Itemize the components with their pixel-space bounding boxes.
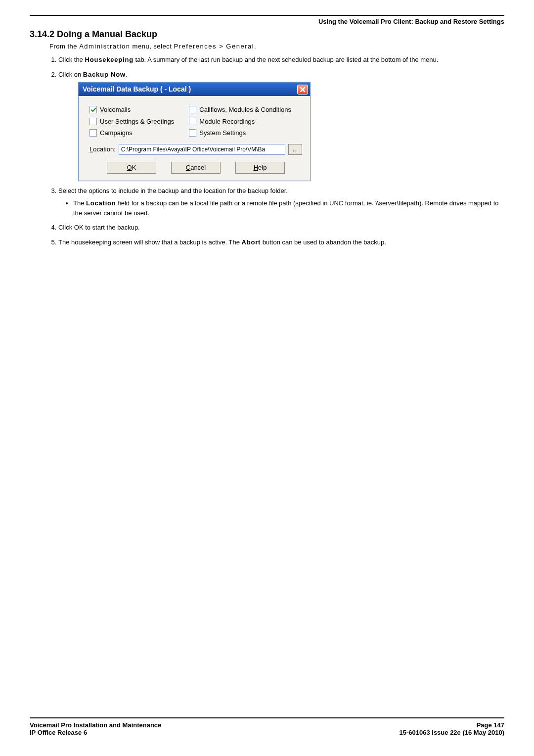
close-icon <box>300 87 306 93</box>
step3-sub-c: field for a backup can be a local file p… <box>73 199 498 217</box>
step3-sub-a: The <box>73 199 86 207</box>
help-rest: elp <box>258 163 267 173</box>
header-rule <box>30 15 504 16</box>
intro-suffix: . <box>254 43 256 50</box>
location-row: Location: ... <box>89 144 302 155</box>
step3-sublist: The Location field for a backup can be a… <box>73 198 504 218</box>
label-system-settings: System Settings <box>199 128 246 138</box>
footer-release: IP Office Release 6 <box>30 729 161 736</box>
step-3: Select the options to include in the bac… <box>58 186 504 218</box>
intro-menu1: Administration <box>79 43 130 50</box>
intro-menu2: Preferences > General <box>174 43 254 50</box>
step5-c: button can be used to abandon the backup… <box>261 238 386 246</box>
location-input[interactable] <box>119 144 285 155</box>
step3-text: Select the options to include in the bac… <box>58 187 288 194</box>
option-callflows[interactable]: Callflows, Modules & Conditions <box>189 105 291 115</box>
label-campaigns: Campaigns <box>100 128 133 138</box>
option-module-recordings[interactable]: Module Recordings <box>189 117 291 127</box>
label-user-settings: User Settings & Greetings <box>100 117 174 127</box>
ok-rest: K <box>132 163 136 173</box>
ok-mnemonic: O <box>127 163 132 173</box>
section-number: 3.14.2 <box>30 29 54 39</box>
checkbox-voicemails[interactable] <box>89 106 97 113</box>
section-heading: Doing a Manual Backup <box>57 29 157 39</box>
step-1: Click the Housekeeping tab. A summary of… <box>58 55 504 65</box>
option-campaigns[interactable]: Campaigns <box>89 128 174 138</box>
label-voicemails: Voicemails <box>100 105 131 115</box>
backup-dialog: Voicemail Data Backup ( - Local ) Voicem… <box>78 82 311 181</box>
page-footer: Voicemail Pro Installation and Maintenan… <box>30 717 504 736</box>
options-col-left: Voicemails User Settings & Greetings Cam… <box>89 105 174 138</box>
footer-issue: 15-601063 Issue 22e (16 May 2010) <box>400 729 505 736</box>
step2-a: Click on <box>58 71 83 78</box>
dialog-titlebar: Voicemail Data Backup ( - Local ) <box>79 83 310 96</box>
step1-c: tab. A summary of the last run backup an… <box>134 56 438 63</box>
steps-list: Click the Housekeeping tab. A summary of… <box>58 55 504 247</box>
options-grid: Voicemails User Settings & Greetings Cam… <box>89 105 302 138</box>
cancel-mnemonic: C <box>186 163 190 173</box>
option-system-settings[interactable]: System Settings <box>189 128 291 138</box>
checkbox-module-recordings[interactable] <box>189 118 196 125</box>
header-breadcrumb: Using the Voicemail Pro Client: Backup a… <box>30 18 504 25</box>
footer-doc-title: Voicemail Pro Installation and Maintenan… <box>30 721 161 729</box>
step5-a: The housekeeping screen will show that a… <box>58 238 241 246</box>
step5-b: Abort <box>241 238 261 246</box>
ok-button[interactable]: OK <box>107 162 156 174</box>
label-module-recordings: Module Recordings <box>199 117 255 127</box>
section-title: 3.14.2 Doing a Manual Backup <box>30 29 504 40</box>
browse-button[interactable]: ... <box>288 144 302 155</box>
label-callflows: Callflows, Modules & Conditions <box>199 105 291 115</box>
help-button[interactable]: Help <box>235 162 285 174</box>
step2-b: Backup Now <box>83 71 126 78</box>
intro-prefix: From the <box>49 43 79 50</box>
step3-sub-b: Location <box>86 199 116 207</box>
intro-mid: menu, select <box>131 43 174 50</box>
option-user-settings[interactable]: User Settings & Greetings <box>89 117 174 127</box>
checkbox-user-settings[interactable] <box>89 118 97 125</box>
step1-a: Click the <box>58 56 85 63</box>
footer-page: Page 147 <box>400 721 505 729</box>
dialog-body: Voicemails User Settings & Greetings Cam… <box>79 96 310 181</box>
checkbox-system-settings[interactable] <box>189 129 196 137</box>
options-col-right: Callflows, Modules & Conditions Module R… <box>189 105 291 138</box>
checkbox-callflows[interactable] <box>189 106 196 113</box>
intro-text: From the Administration menu, select Pre… <box>49 43 504 50</box>
dialog-button-row: OK Cancel Help <box>89 162 302 174</box>
help-mnemonic: H <box>254 163 258 173</box>
location-label: Location: <box>89 144 116 154</box>
cancel-button[interactable]: Cancel <box>171 162 221 174</box>
close-button[interactable] <box>297 85 308 94</box>
cancel-rest: ancel <box>190 163 206 173</box>
step-2: Click on Backup Now. Voicemail Data Back… <box>58 70 504 181</box>
step-4: Click OK to start the backup. <box>58 223 504 233</box>
step3-sub1: The Location field for a backup can be a… <box>73 198 504 218</box>
step1-b: Housekeeping <box>85 56 133 63</box>
step2-c: . <box>126 71 128 78</box>
dialog-title: Voicemail Data Backup ( - Local ) <box>83 84 191 94</box>
option-voicemails[interactable]: Voicemails <box>89 105 174 115</box>
step-5: The housekeeping screen will show that a… <box>58 237 504 247</box>
checkbox-campaigns[interactable] <box>89 129 97 137</box>
